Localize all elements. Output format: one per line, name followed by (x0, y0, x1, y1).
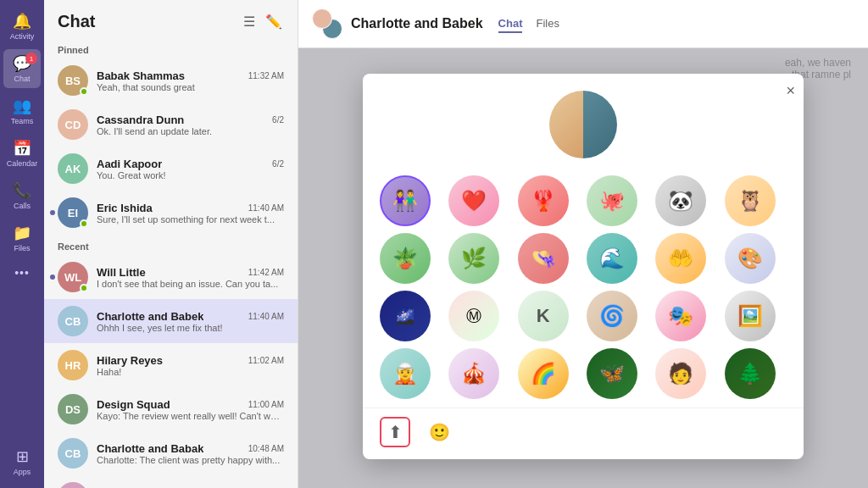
unread-indicator (50, 274, 55, 280)
sticker-owl[interactable]: 🦉 (725, 175, 776, 226)
sticker-galaxy[interactable]: 🌌 (380, 291, 431, 341)
sticker-swirl[interactable]: 🌀 (587, 291, 637, 341)
chat-time: 11:00 AM (248, 400, 284, 409)
sticker-art[interactable]: 🎨 (725, 233, 776, 284)
modal-avatar (363, 74, 804, 167)
list-item[interactable]: RT Reta Taylor 11:40 AM Ah, ok I underst… (44, 475, 298, 488)
chat-name: Hilary Reyes (97, 354, 163, 367)
conversation-avatar (312, 8, 342, 39)
sidebar-item-calendar[interactable]: 📅 Calendar (3, 134, 41, 173)
avatar: WL (58, 262, 88, 292)
chat-preview: I don't see that being an issue. Can you… (97, 279, 284, 289)
sticker-abstract[interactable]: 🎭 (655, 291, 706, 341)
sticker-picker-modal: × 👫 ❤️ 🦞 🐙 🐼 🦉 🪴 (363, 74, 804, 459)
filter-button[interactable]: ☰ (242, 12, 257, 31)
chat-name: Eric Ishida (97, 202, 153, 214)
chat-name: Aadi Kapoor (97, 158, 162, 170)
main-header: Charlotte and Babek Chat Files (298, 0, 868, 48)
sidebar-item-chat[interactable]: 1 💬 Chat (3, 49, 41, 88)
calls-icon: 📞 (13, 181, 31, 200)
list-item[interactable]: WL Will Little 11:42 AM I don't see that… (44, 255, 298, 299)
sticker-lobster[interactable]: 🦞 (518, 175, 569, 226)
sticker-panda[interactable]: 🐼 (655, 175, 706, 226)
chat-preview: Yeah, that sounds great (97, 82, 284, 92)
modal-close-button[interactable]: × (786, 82, 795, 100)
list-item[interactable]: CB Charlotte and Babak 10:48 AM Charlott… (44, 431, 298, 475)
chat-name: Babak Shammas (97, 69, 185, 82)
sticker-colorful[interactable]: 🎪 (448, 348, 499, 399)
sticker-rainbow[interactable]: 🌈 (518, 348, 569, 399)
status-dot (80, 219, 88, 228)
sidebar-item-more[interactable]: ••• (3, 261, 41, 286)
sidebar-item-calls[interactable]: 📞 Calls (3, 176, 41, 215)
avatar: BS (58, 65, 88, 96)
sticker-teal[interactable]: 🌊 (587, 233, 637, 284)
sticker-hands[interactable]: 🤲 (655, 233, 706, 284)
sticker-picker-overlay: × 👫 ❤️ 🦞 🐙 🐼 🦉 🪴 (298, 48, 868, 488)
more-icon: ••• (14, 266, 30, 280)
unread-indicator (50, 210, 55, 215)
avatar: DS (58, 394, 88, 424)
sticker-dark-green[interactable]: 🌲 (725, 348, 776, 399)
sticker-grid: 👫 ❤️ 🦞 🐙 🐼 🦉 🪴 🌿 👒 🌊 🤲 🎨 🌌 Ⓜ (363, 167, 804, 408)
sticker-couple[interactable]: 👫 (380, 175, 431, 226)
conversation-title: Charlotte and Babek (351, 16, 483, 31)
chat-list-actions: ☰ ✏️ (242, 12, 284, 31)
chat-preview: Charlotte: The client was pretty happy w… (97, 455, 284, 465)
chat-preview: Haha! (97, 367, 284, 377)
sidebar-label-teams: Teams (11, 117, 34, 125)
modal-bottom-actions: ⬆ 🙂 (363, 408, 804, 459)
list-item[interactable]: DS Design Squad 11:00 AM Kayo: The revie… (44, 387, 298, 431)
sticker-plant[interactable]: 🪴 (380, 233, 431, 284)
sticker-fashion[interactable]: 👒 (518, 233, 569, 284)
list-item[interactable]: HR Hilary Reyes 11:02 AM Haha! (44, 343, 298, 387)
sticker-neon-m[interactable]: Ⓜ (448, 291, 499, 341)
sticker-heart[interactable]: ❤️ (448, 175, 499, 226)
files-icon: 📁 (13, 224, 31, 242)
chat-time: 11:32 AM (248, 71, 284, 80)
new-chat-button[interactable]: ✏️ (264, 12, 284, 31)
avatar: HR (58, 350, 88, 380)
chat-time: 11:42 AM (248, 268, 284, 277)
avatar: RT (58, 482, 88, 488)
chat-list-panel: Chat ☰ ✏️ Pinned BS Babak Shammas 11:32 … (44, 0, 298, 488)
list-item[interactable]: CD Cassandra Dunn 6/2 Ok. I'll send an u… (44, 103, 298, 147)
tab-chat[interactable]: Chat (498, 15, 523, 33)
list-item[interactable]: BS Babak Shammas 11:32 AM Yeah, that sou… (44, 58, 298, 103)
sticker-gray[interactable]: 🖼️ (725, 291, 776, 341)
teams-icon: 👥 (13, 97, 31, 115)
chat-name: Charlotte and Babak (97, 442, 203, 455)
list-item[interactable]: EI Eric Ishida 11:40 AM Sure, I'll set u… (44, 191, 298, 235)
sticker-teal-char[interactable]: 🧝 (380, 348, 431, 399)
sidebar-label-calendar: Calendar (7, 159, 38, 168)
chat-name: Charlotte and Babek (97, 310, 203, 323)
sidebar-item-files[interactable]: 📁 Files (3, 219, 41, 258)
sidebar-label-apps: Apps (14, 468, 31, 476)
avatar: CB (58, 306, 88, 336)
sticker-leaf[interactable]: 🌿 (448, 233, 499, 284)
avatar: CD (58, 109, 88, 140)
list-item[interactable]: CB Charlotte and Babek 11:40 AM Ohhh I s… (44, 299, 298, 343)
chat-preview: Ohhh I see, yes let me fix that! (97, 323, 284, 333)
sidebar-item-activity[interactable]: 🔔 Activity (3, 7, 41, 46)
sidebar-label-chat: Chat (14, 75, 30, 83)
sidebar-item-apps[interactable]: ⊞ Apps (3, 442, 41, 481)
main-tabs: Chat Files (498, 15, 559, 33)
avatar: AK (58, 153, 88, 184)
chat-badge: 1 (25, 53, 37, 64)
sticker-person[interactable]: 🧑 (655, 348, 706, 399)
upload-button[interactable]: ⬆ (380, 417, 410, 447)
status-dot (80, 87, 88, 96)
sticker-butterfly[interactable]: 🦋 (587, 348, 637, 399)
tab-files[interactable]: Files (536, 15, 559, 33)
sticker-octopus[interactable]: 🐙 (587, 175, 637, 226)
emoji-button[interactable]: 🙂 (424, 417, 454, 447)
chat-time: 6/2 (272, 115, 284, 125)
chat-time: 11:40 AM (248, 312, 284, 321)
sidebar-item-teams[interactable]: 👥 Teams (3, 92, 41, 130)
chat-name: Will Little (97, 266, 146, 279)
chat-name: Cassandra Dunn (97, 114, 184, 126)
list-item[interactable]: AK Aadi Kapoor 6/2 You. Great work! (44, 147, 298, 191)
sticker-letter-k[interactable]: K (518, 291, 569, 341)
calendar-icon: 📅 (13, 139, 31, 158)
